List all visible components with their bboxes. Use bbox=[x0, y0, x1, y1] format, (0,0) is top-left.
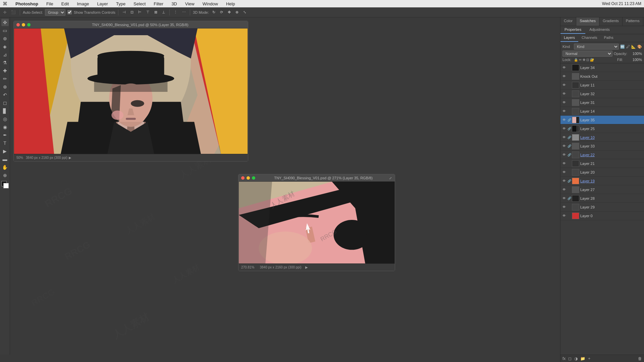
layer-item[interactable]: 👁 Layer 21 bbox=[560, 159, 644, 168]
layer-group-icon[interactable]: 📁 bbox=[580, 356, 585, 361]
text-tool-icon[interactable]: T bbox=[1, 139, 9, 147]
layer-item[interactable]: 👁 🔗 Layer 19 bbox=[560, 177, 644, 185]
tab-color[interactable]: Color bbox=[560, 17, 576, 26]
layer-link-icon[interactable]: 🔗 bbox=[568, 153, 571, 157]
lock-position-icon[interactable]: ✥ bbox=[583, 58, 585, 62]
3d-slide-button[interactable]: ⊕ bbox=[234, 9, 240, 15]
history-brush-icon[interactable]: ↶ bbox=[1, 91, 9, 99]
lock-artboard-icon[interactable]: ⊡ bbox=[586, 58, 589, 62]
layer-visibility-eye[interactable]: 👁 bbox=[562, 65, 567, 70]
heal-brush-icon[interactable]: ✚ bbox=[1, 67, 9, 74]
align-bottom-button[interactable]: ⊥ bbox=[161, 9, 167, 15]
object-select-icon[interactable]: ◈ bbox=[1, 43, 9, 50]
eyedropper-icon[interactable]: ⚗ bbox=[1, 59, 9, 66]
layer-delete-icon[interactable]: 🗑 bbox=[638, 356, 642, 361]
layer-link-icon[interactable]: 🔗 bbox=[568, 144, 571, 148]
doc1-maximize-button[interactable] bbox=[27, 23, 31, 26]
layer-item[interactable]: 👁 Layer 31 bbox=[560, 98, 644, 107]
layer-visibility-eye[interactable]: 👁 bbox=[562, 187, 567, 192]
layer-visibility-eye[interactable]: 👁 bbox=[562, 214, 567, 218]
layer-item[interactable]: 👁 Layer 32 bbox=[560, 89, 644, 98]
layer-item[interactable]: 👁 🔗 Layer 28 bbox=[560, 194, 644, 203]
layer-mask-icon[interactable]: ◻ bbox=[568, 356, 572, 361]
layer-visibility-eye[interactable]: 👁 bbox=[562, 135, 567, 140]
layer-link-icon[interactable]: 🔗 bbox=[568, 179, 571, 183]
move-tool-icon[interactable]: ✜ bbox=[1, 19, 9, 26]
layer-new-icon[interactable]: + bbox=[588, 356, 590, 361]
tab-paths[interactable]: Paths bbox=[601, 34, 617, 42]
layer-visibility-eye[interactable]: 👁 bbox=[562, 83, 567, 87]
move-tool-button[interactable]: ⊹ bbox=[2, 9, 8, 15]
layer-visibility-eye[interactable]: 👁 bbox=[562, 100, 567, 105]
align-center-h-button[interactable]: ⊡ bbox=[129, 9, 135, 15]
apple-logo-icon[interactable]: ⌘ bbox=[3, 1, 7, 6]
hand-tool-icon[interactable]: ✋ bbox=[1, 164, 9, 171]
3d-scale-button[interactable]: ⤡ bbox=[242, 9, 248, 15]
layer-item[interactable]: 👁 🔗 Layer 22 bbox=[560, 150, 644, 159]
3d-rotate-button[interactable]: ↻ bbox=[211, 9, 217, 15]
blur-tool-icon[interactable]: ◎ bbox=[1, 115, 9, 123]
layer-link-icon[interactable]: 🔗 bbox=[568, 127, 571, 130]
layer-visibility-eye[interactable]: 👁 bbox=[562, 205, 567, 209]
layer-item[interactable]: 👁 Layer 20 bbox=[560, 168, 644, 177]
layer-link-icon[interactable]: 🔗 bbox=[568, 118, 571, 122]
menu-3d[interactable]: 3D bbox=[170, 1, 178, 6]
menu-type[interactable]: Type bbox=[115, 1, 127, 6]
doc1-minimize-button[interactable] bbox=[22, 23, 25, 26]
distribute-h-button[interactable]: ⋮ bbox=[172, 9, 179, 15]
menu-image[interactable]: Image bbox=[75, 1, 90, 6]
layer-list[interactable]: 👁 Layer 34 👁 Knock Out 👁 Layer 11 👁 Laye… bbox=[560, 63, 644, 355]
layer-adjustment-icon[interactable]: ◑ bbox=[574, 356, 578, 361]
layer-item[interactable]: 👁 🔗 Layer 10 bbox=[560, 133, 644, 142]
fg-bg-colors[interactable] bbox=[1, 181, 9, 188]
lasso-tool-icon[interactable]: ⊛ bbox=[1, 35, 9, 42]
app-name-menu[interactable]: Photoshop bbox=[14, 1, 40, 6]
doc1-arrow[interactable]: ▶ bbox=[69, 156, 71, 160]
clone-stamp-icon[interactable]: ⊕ bbox=[1, 83, 9, 90]
align-right-button[interactable]: ⊢ bbox=[137, 9, 143, 15]
layer-item[interactable]: 👁 🔗 Layer 25 bbox=[560, 124, 644, 133]
crop-tool-icon[interactable]: ⊿ bbox=[1, 51, 9, 58]
layer-link-icon[interactable]: 🔗 bbox=[568, 197, 571, 200]
shape-tool-icon[interactable]: ▬ bbox=[1, 156, 9, 163]
doc2-canvas[interactable]: 人人素材 RRCG bbox=[238, 182, 395, 263]
tab-properties[interactable]: Properties bbox=[560, 26, 585, 34]
doc2-close-button[interactable] bbox=[241, 176, 245, 180]
selection-tool-icon[interactable]: ▭ bbox=[1, 27, 9, 34]
document-window-2[interactable]: TNY_SH090_Blessing_V01.psd @ 271% (Layer… bbox=[238, 174, 395, 271]
layer-link-icon[interactable]: 🔗 bbox=[568, 136, 571, 139]
layer-visibility-eye[interactable]: 👁 bbox=[562, 92, 567, 96]
pen-tool-icon[interactable]: ✒ bbox=[1, 131, 9, 139]
doc2-fullscreen-button[interactable]: ⤢ bbox=[389, 176, 392, 180]
layer-visibility-eye[interactable]: 👁 bbox=[562, 74, 567, 79]
doc1-canvas[interactable] bbox=[14, 28, 248, 154]
document-window-1[interactable]: TNY_SH090_Blessing_V01.psd @ 50% (Layer … bbox=[13, 21, 248, 162]
doc1-close-button[interactable] bbox=[16, 23, 20, 26]
layer-item-active[interactable]: 👁 🔗 Layer 35 bbox=[560, 116, 644, 124]
zoom-tool-icon[interactable]: ⊕ bbox=[1, 172, 9, 179]
layer-visibility-eye[interactable]: 👁 bbox=[562, 179, 567, 183]
layer-item[interactable]: 👁 Layer 34 bbox=[560, 63, 644, 72]
menu-help[interactable]: Help bbox=[225, 1, 236, 6]
kind-dropdown[interactable]: Kind bbox=[574, 44, 619, 50]
tab-channels[interactable]: Channels bbox=[578, 34, 600, 42]
menu-filter[interactable]: Filter bbox=[152, 1, 165, 6]
3d-roll-button[interactable]: ⟳ bbox=[219, 9, 224, 15]
menu-layer[interactable]: Layer bbox=[96, 1, 109, 6]
layer-item[interactable]: 👁 Layer 11 bbox=[560, 81, 644, 89]
gradient-tool-icon[interactable]: ▊ bbox=[1, 107, 9, 115]
layer-item[interactable]: 👁 Layer 14 bbox=[560, 107, 644, 116]
3d-pan-button[interactable]: ✥ bbox=[226, 9, 232, 15]
artboard-tool-button[interactable]: ⬛ bbox=[10, 9, 17, 15]
blend-mode-dropdown[interactable]: Normal Multiply Screen Overlay bbox=[562, 51, 612, 57]
tab-adjustments[interactable]: Adjustments bbox=[585, 26, 614, 34]
eraser-tool-icon[interactable]: ◻ bbox=[1, 99, 9, 107]
align-center-v-button[interactable]: ⊠ bbox=[153, 9, 159, 15]
layer-visibility-eye[interactable]: 👁 bbox=[562, 118, 567, 122]
doc2-minimize-button[interactable] bbox=[247, 176, 250, 180]
layer-item[interactable]: 👁 🔗 Layer 33 bbox=[560, 142, 644, 150]
lock-all-icon[interactable]: 🔐 bbox=[590, 58, 594, 62]
brush-tool-icon[interactable]: ✏ bbox=[1, 75, 9, 82]
menu-view[interactable]: View bbox=[184, 1, 196, 6]
distribute-v-button[interactable]: ⋯ bbox=[181, 9, 187, 15]
